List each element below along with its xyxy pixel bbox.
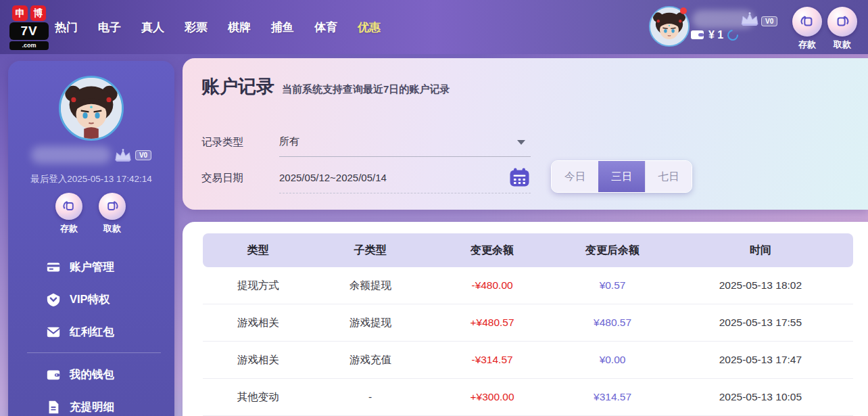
sidebar-withdraw-label: 取款 (95, 223, 130, 235)
records-table: 类型 子类型 变更余额 变更后余额 时间 提现方式 余额提现 -¥480.00 … (203, 233, 853, 416)
nav-item-slots[interactable]: 电子 (88, 20, 131, 35)
filter-panel: 账户记录 当前系统支持查询最近7日的账户记录 记录类型 所有 交易日期 2025… (183, 58, 868, 210)
avatar-image (61, 78, 122, 139)
wallet-icon (691, 30, 704, 40)
sidebar-item-label: 我的钱包 (70, 367, 114, 382)
records-panel: 类型 子类型 变更余额 变更后余额 时间 提现方式 余额提现 -¥480.00 … (183, 222, 868, 416)
nav-item-promo[interactable]: 优惠 (347, 20, 391, 35)
table-header: 类型 子类型 变更余额 变更后余额 时间 (203, 233, 853, 267)
chevron-down-icon (517, 140, 525, 145)
sidebar-item-account-management[interactable]: 账户管理 (8, 251, 174, 283)
withdraw-label: 取款 (826, 39, 859, 51)
sidebar-divider (27, 352, 161, 353)
vip-badge: V0 (135, 150, 151, 160)
tab-three-days[interactable]: 三日 (598, 161, 645, 192)
sidebar-item-label: 红利红包 (70, 325, 114, 340)
col-subtype: 子类型 (314, 244, 427, 258)
notification-dot (680, 7, 687, 14)
sidebar-item-red-packet[interactable]: 红利红包 (8, 316, 174, 348)
sidebar: V0 最后登入2025-05-13 17:42:14 存款 取 (8, 61, 174, 416)
sidebar-item-my-wallet[interactable]: 我的钱包 (8, 359, 174, 391)
sidebar-deposit-button[interactable]: 存款 (51, 193, 87, 235)
record-type-label: 记录类型 (201, 135, 279, 149)
crown-icon (740, 11, 760, 26)
logo-badge: 申 (12, 5, 28, 21)
cell-after-amount: ¥314.57 (557, 391, 668, 403)
red-packet-icon (46, 325, 61, 340)
cell-type: 游戏相关 (203, 316, 314, 330)
date-range-filter: 交易日期 2025/05/12~2025/05/14 (201, 162, 531, 193)
username-blurred (31, 146, 111, 164)
logo-suffix: .com (9, 41, 49, 50)
withdraw-icon (835, 14, 850, 29)
record-type-value: 所有 (279, 135, 299, 148)
cell-change-amount: +¥480.57 (427, 317, 557, 329)
withdraw-icon (105, 200, 119, 213)
record-type-select[interactable]: 所有 (279, 127, 531, 157)
sidebar-withdraw-button[interactable]: 取款 (95, 193, 130, 235)
nav-item-fishing[interactable]: 捕鱼 (261, 20, 304, 35)
vip-icon (46, 292, 61, 307)
refresh-balance-icon[interactable] (725, 28, 741, 43)
col-after: 变更后余额 (557, 244, 668, 258)
sidebar-menu: 账户管理 VIP特权 红利红包 我的钱包 (8, 251, 174, 416)
tab-seven-days[interactable]: 七日 (645, 161, 692, 192)
col-type: 类型 (203, 244, 314, 258)
deposit-icon (62, 200, 76, 213)
cell-after-amount: ¥480.57 (557, 317, 668, 329)
bank-card-icon (46, 260, 61, 275)
sidebar-item-label: 账户管理 (70, 260, 114, 275)
table-row: 游戏相关 游戏充值 -¥314.57 ¥0.00 2025-05-13 17:4… (203, 342, 853, 379)
wallet-icon (46, 367, 61, 382)
sidebar-item-transaction-details[interactable]: 充提明细 (8, 391, 174, 416)
deposit-label: 存款 (791, 39, 823, 51)
nav-item-lottery[interactable]: 彩票 (174, 20, 218, 35)
col-change: 变更余额 (427, 244, 557, 258)
statement-icon (46, 400, 61, 415)
sidebar-item-vip[interactable]: VIP特权 (8, 283, 174, 316)
nav-item-sports[interactable]: 体育 (304, 20, 347, 35)
cell-change-amount: +¥300.00 (427, 391, 557, 403)
nav-item-hot[interactable]: 热门 (45, 20, 88, 35)
sidebar-item-label: 充提明细 (70, 400, 114, 415)
cell-change-amount: -¥480.00 (427, 279, 557, 292)
calendar-icon[interactable] (510, 168, 529, 189)
cell-subtype: 游戏提现 (314, 316, 427, 330)
withdraw-button[interactable]: 取款 (826, 7, 859, 51)
profile-avatar[interactable] (59, 76, 124, 141)
cell-after-amount: ¥0.00 (557, 354, 668, 366)
table-row: 其他变动 - +¥300.00 ¥314.57 2025-05-13 10:05 (203, 379, 853, 416)
nav-item-cards[interactable]: 棋牌 (218, 20, 261, 35)
cell-time: 2025-05-13 17:55 (668, 317, 853, 329)
deposit-button[interactable]: 存款 (791, 7, 823, 51)
header-avatar[interactable] (649, 6, 690, 47)
date-range-value: 2025/05/12~2025/05/14 (279, 172, 387, 183)
nav-item-live[interactable]: 真人 (131, 20, 174, 35)
page: 申 博 7V .com 热门 电子 真人 彩票 棋牌 捕鱼 体育 优惠 (0, 0, 868, 416)
table-row: 提现方式 余额提现 -¥480.00 ¥0.57 2025-05-13 18:0… (203, 267, 853, 304)
date-range-label: 交易日期 (201, 171, 279, 185)
balance-row: ¥ 1 (691, 29, 738, 41)
date-range-tabs: 今日 三日 七日 (551, 160, 692, 193)
cell-type: 游戏相关 (203, 353, 314, 367)
brand-logo[interactable]: 申 博 7V .com (9, 5, 49, 50)
vip-level: V0 (740, 11, 777, 26)
last-login-text: 最后登入2025-05-13 17:42:14 (8, 173, 174, 185)
cell-type: 提现方式 (203, 279, 314, 293)
col-time: 时间 (668, 244, 853, 258)
cell-subtype: - (314, 391, 427, 403)
cell-subtype: 余额提现 (314, 279, 427, 293)
date-range-input[interactable]: 2025/05/12~2025/05/14 (279, 162, 531, 193)
page-subtitle: 当前系统支持查询最近7日的账户记录 (282, 83, 450, 96)
tab-today[interactable]: 今日 (552, 161, 598, 192)
sidebar-deposit-label: 存款 (51, 223, 87, 235)
logo-badge: 博 (30, 5, 46, 21)
profile-name-row: V0 (8, 146, 174, 164)
cell-time: 2025-05-13 18:02 (668, 279, 853, 292)
record-type-filter: 记录类型 所有 (201, 127, 531, 157)
crown-icon (114, 148, 132, 162)
main-nav: 热门 电子 真人 彩票 棋牌 捕鱼 体育 优惠 (45, 0, 391, 54)
cell-after-amount: ¥0.57 (557, 279, 668, 292)
page-title-row: 账户记录 当前系统支持查询最近7日的账户记录 (201, 74, 450, 99)
cell-change-amount: -¥314.57 (427, 354, 557, 366)
